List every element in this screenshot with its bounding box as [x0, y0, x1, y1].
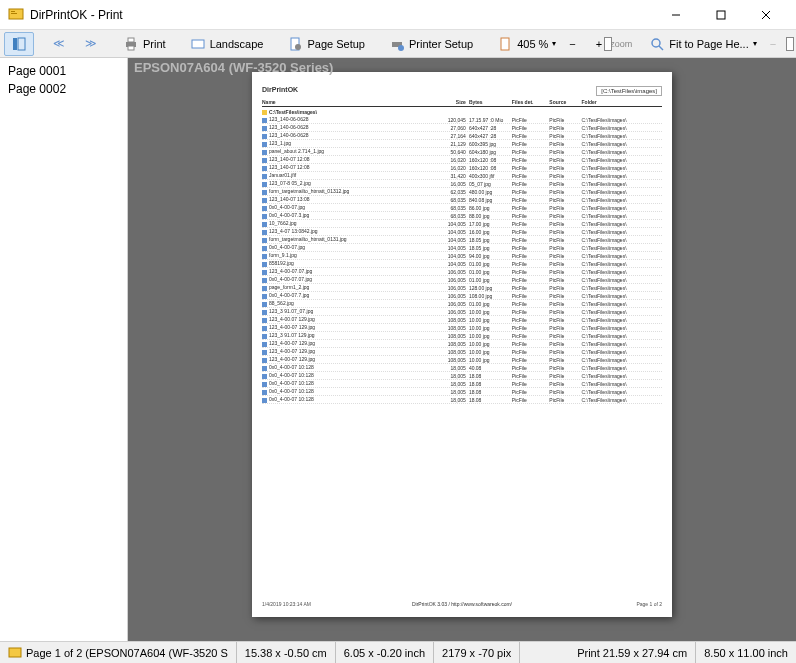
table-row: 0x0_4-00-07 10:12818,00518.08PicFilePicF…: [262, 388, 662, 396]
page-setup-icon: [287, 36, 303, 52]
footer-page: Page 1 of 2: [636, 601, 662, 607]
table-row: 0x0_4-00-07.jpg104,00518.05 jpgPicFilePi…: [262, 244, 662, 252]
table-row: 123_140-07 13:0868,035840.08 jpgPicFileP…: [262, 196, 662, 204]
page-list-item[interactable]: Page 0001: [4, 62, 123, 80]
table-row: 10_7662.jpg104,00517.00 jpgPicFilePicFil…: [262, 220, 662, 228]
status-pix: 2179 x -70 pix: [442, 647, 511, 659]
fit-icon: [649, 36, 665, 52]
statusbar: Page 1 of 2 (EPSON07A604 (WF-3520 S 15.3…: [0, 641, 796, 663]
svg-rect-1: [11, 11, 15, 12]
minus-icon: −: [770, 38, 776, 50]
table-row: 0x0_4-00-07.jpg68,03586.00 jpgPicFilePic…: [262, 204, 662, 212]
fit-label: Fit to Page He...: [669, 38, 748, 50]
table-row: 0x0_4-00-07 10:12818,00540.08PicFilePicF…: [262, 364, 662, 372]
print-button[interactable]: Print: [116, 32, 173, 56]
zoom-out-button[interactable]: −: [565, 34, 579, 54]
next-page-button[interactable]: ≫: [76, 32, 106, 56]
column-header: Bytes: [469, 99, 512, 105]
svg-rect-12: [192, 40, 204, 48]
printer-icon: [123, 36, 139, 52]
footer-date: 1/4/2019 10:23:14 AM: [262, 601, 311, 607]
table-row: 0x0_4-00-07.7.jpg106,005108.00 jpgPicFil…: [262, 292, 662, 300]
double-right-icon: ≫: [83, 36, 99, 52]
page-list-item[interactable]: Page 0002: [4, 80, 123, 98]
status-inch: 6.05 x -0.20 inch: [344, 647, 425, 659]
window-title: DirPrintOK - Print: [30, 8, 653, 22]
svg-point-18: [652, 39, 660, 47]
table-row: 123_07-8 05_2.jpg16,00505_07 jpgPicFileP…: [262, 180, 662, 188]
zoom-tag: zoom: [610, 39, 632, 49]
zoom-page-icon: [497, 36, 513, 52]
table-row: 88_562.jpg106,00501.00 jpgPicFilePicFile…: [262, 300, 662, 308]
prev-page-button[interactable]: ≪: [44, 32, 74, 56]
column-header: Name: [262, 99, 423, 105]
page-sheet: DirPrintOK [C:\TestFiles\images] NameSiz…: [252, 72, 672, 617]
zoom-value: 405 %: [517, 38, 548, 50]
landscape-button[interactable]: Landscape: [183, 32, 271, 56]
fit-dropdown[interactable]: Fit to Page He... ▾: [642, 32, 763, 56]
maximize-button[interactable]: [698, 1, 743, 29]
svg-rect-10: [128, 38, 134, 42]
svg-rect-2: [11, 13, 17, 14]
status-print-inch: 8.50 x 11.00 inch: [704, 647, 788, 659]
svg-rect-17: [501, 38, 509, 50]
table-row: 123_3 91.07_07.jpg106,00510.00 jpgPicFil…: [262, 308, 662, 316]
dropdown-icon: ▾: [552, 39, 556, 48]
column-header: Source: [549, 99, 581, 105]
page-setup-label: Page Setup: [307, 38, 365, 50]
svg-point-16: [398, 45, 404, 51]
svg-rect-11: [128, 46, 134, 50]
page-list-sidebar: Page 0001Page 0002: [0, 58, 128, 641]
table-row: 123_4-07 13:0842.jpg104,00516.00 jpgPicF…: [262, 228, 662, 236]
table-row: 123_1.jpg21,129600x395 jpgPicFilePicFile…: [262, 140, 662, 148]
column-header: Files det.: [512, 99, 550, 105]
svg-rect-4: [717, 11, 725, 19]
column-header: Folder: [582, 99, 662, 105]
svg-rect-20: [9, 648, 21, 657]
table-row: panel_about 2.714_1.jpg50,640604x180 jpg…: [262, 148, 662, 156]
sheet-path: [C:\TestFiles\images]: [596, 86, 662, 96]
plus-icon: +: [596, 38, 602, 50]
table-row: form_targetmailto_htmatt_0131.jpg104,005…: [262, 236, 662, 244]
table-row: 0x0_4-00-07.07.jpg106,00501.00 jpgPicFil…: [262, 276, 662, 284]
status-cm: 15.38 x -0.50 cm: [245, 647, 327, 659]
printer-setup-button[interactable]: Printer Setup: [382, 32, 480, 56]
status-print-cm: Print 21.59 x 27.94 cm: [577, 647, 687, 659]
svg-line-19: [659, 46, 663, 50]
close-button[interactable]: [743, 1, 788, 29]
table-row: 123_4-00-07 129.jpg108,00510.00 jpgPicFi…: [262, 340, 662, 348]
svg-rect-7: [13, 38, 17, 50]
toggle-sidebar-button[interactable]: [4, 32, 34, 56]
table-row: 123_4-00-07.07.jpg106,00501.00 jpgPicFil…: [262, 268, 662, 276]
preview-area[interactable]: EPSON07A604 (WF-3520 Series) DirPrintOK …: [128, 58, 796, 641]
app-icon: [8, 7, 24, 23]
svg-point-14: [295, 44, 301, 50]
sheet-table: NameSizeBytesFiles det.SourceFolder C:\T…: [262, 99, 662, 404]
table-row: 123_3 91.07 129.jpg108,00510.00 jpgPicFi…: [262, 332, 662, 340]
zoom-dropdown[interactable]: 405 % ▾: [490, 32, 563, 56]
main-area: Page 0001Page 0002 EPSON07A604 (WF-3520 …: [0, 58, 796, 641]
table-row: 0x0_4-00-07 10:12818,00518.08PicFilePicF…: [262, 380, 662, 388]
print-label: Print: [143, 38, 166, 50]
table-row: 858192.jpg104,00501.00 jpgPicFilePicFile…: [262, 260, 662, 268]
window-titlebar: DirPrintOK - Print: [0, 0, 796, 30]
dropdown-icon: ▾: [753, 39, 757, 48]
table-row: 123_140-06-0628120,04517.15.97 :0 MioPic…: [262, 116, 662, 124]
minimize-button[interactable]: [653, 1, 698, 29]
table-row: form_9.1.jpg104,00594.00 jpgPicFilePicFi…: [262, 252, 662, 260]
table-row: 123_140-06-062827,164640x427 :28PicFileP…: [262, 132, 662, 140]
double-left-icon: ≪: [51, 36, 67, 52]
table-row: 123_4-00-07 129.jpg108,00510.00 jpgPicFi…: [262, 324, 662, 332]
table-row: 123_4-00-07 129.jpg108,00510.00 jpgPicFi…: [262, 356, 662, 364]
page-setup-button[interactable]: Page Setup: [280, 32, 372, 56]
fit-out-button[interactable]: −: [766, 34, 780, 54]
status-page-info: Page 1 of 2 (EPSON07A604 (WF-3520 S: [26, 647, 228, 659]
table-row: 123_140-06-062827,060640x427 :28PicFileP…: [262, 124, 662, 132]
table-row: 123_140-07 12:0816,020160x120 :08PicFile…: [262, 164, 662, 172]
table-row: 123_140-07 12:0816,020160x120 :08PicFile…: [262, 156, 662, 164]
table-row: 123_4-00-07 129.jpg108,00510.00 jpgPicFi…: [262, 348, 662, 356]
sidebar-icon: [11, 36, 27, 52]
svg-rect-8: [18, 38, 25, 50]
table-row: 0x0_4-00-07 10:12818,00518.08PicFilePicF…: [262, 372, 662, 380]
column-header: Size: [423, 99, 469, 105]
